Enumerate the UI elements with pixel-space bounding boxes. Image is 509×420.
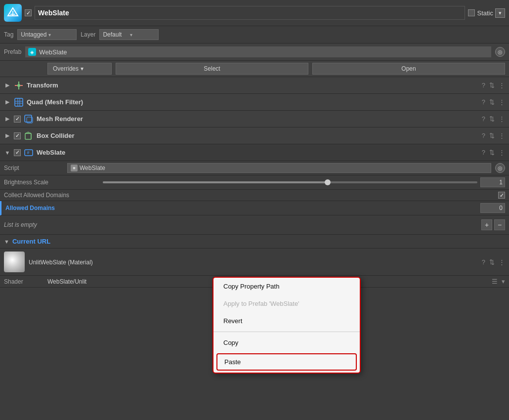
context-menu-item-revert[interactable]: Revert	[213, 312, 360, 330]
list-empty-row: List is empty + −	[0, 215, 509, 235]
mesh-filter-help-icon[interactable]: ?	[482, 98, 485, 106]
collect-check-icon: ✓	[500, 193, 504, 198]
mesh-filter-label: Quad (Mesh Filter)	[27, 98, 479, 106]
component-row-webslate: ▼ ✓ # WebSlate ? ⇅ ⋮	[0, 144, 509, 161]
webslate-expand-arrow[interactable]: ▼	[4, 150, 11, 156]
mesh-renderer-enabled-checkbox[interactable]: ✓	[14, 116, 21, 123]
overrides-row: Overrides ▾ Select Open	[0, 61, 509, 77]
tag-dropdown[interactable]: Untagged ▾	[17, 29, 77, 40]
open-button[interactable]: Open	[312, 63, 505, 75]
material-row: UnlitWebSlate (Material) ? ⇅ ⋮	[0, 249, 509, 276]
brightness-number-input[interactable]	[480, 177, 505, 187]
allowed-domains-count-input[interactable]	[480, 203, 505, 213]
transform-actions: ? ⇅ ⋮	[482, 82, 505, 89]
webslate-enabled-checkbox[interactable]: ✓	[14, 149, 21, 156]
layer-dropdown[interactable]: Default ▾	[99, 29, 159, 40]
static-label: Static	[477, 9, 493, 17]
collect-checkbox[interactable]: ✓	[498, 192, 505, 199]
prefab-label: Prefab	[4, 48, 21, 55]
transform-settings-icon[interactable]: ⇅	[489, 82, 495, 89]
object-name-input[interactable]	[35, 6, 465, 20]
layer-arrow-icon: ▾	[130, 32, 155, 38]
material-info: UnlitWebSlate (Material)	[29, 258, 478, 266]
layer-label: Layer	[81, 31, 95, 38]
webslate-help-icon[interactable]: ?	[482, 149, 485, 156]
shader-label: Shader	[4, 278, 43, 285]
context-menu-item-apply-prefab: Apply to Prefab 'WebSlate'	[213, 295, 360, 312]
current-url-expand-arrow[interactable]: ▼	[4, 239, 9, 245]
static-dropdown-button[interactable]: ▾	[495, 8, 505, 18]
header-row: ✓ Static ▾	[0, 0, 509, 26]
shader-arrow-icon[interactable]: ▾	[502, 278, 505, 285]
material-more-icon[interactable]: ⋮	[499, 258, 505, 266]
component-row-mesh-filter: ▶ Quad (Mesh Filter) ? ⇅ ⋮	[0, 94, 509, 111]
context-menu-item-copy[interactable]: Copy	[213, 334, 360, 351]
static-checkbox[interactable]	[468, 9, 475, 16]
prefab-name: WebSlate	[39, 48, 67, 56]
mesh-filter-settings-icon[interactable]: ⇅	[489, 98, 495, 106]
object-enabled-checkbox[interactable]: ✓	[25, 9, 32, 16]
brightness-slider-track[interactable]	[103, 181, 477, 183]
inspector-panel: ✓ Static ▾ Tag Untagged ▾ Layer Default …	[0, 0, 509, 288]
svg-rect-8	[15, 98, 23, 106]
mesh-renderer-check-icon: ✓	[15, 116, 20, 122]
allowed-domains-value	[104, 203, 505, 213]
brightness-slider-thumb[interactable]	[325, 179, 331, 185]
script-target-button[interactable]: ◎	[495, 163, 505, 173]
transform-label: Transform	[27, 82, 479, 89]
mesh-renderer-settings-icon[interactable]: ⇅	[489, 115, 495, 123]
webslate-label: WebSlate	[37, 149, 479, 156]
component-row-mesh-renderer: ▶ ✓ Mesh Renderer ? ⇅ ⋮	[0, 111, 509, 127]
svg-point-3	[17, 84, 20, 87]
brightness-value	[103, 177, 505, 187]
prefab-row: Prefab ◈ WebSlate ◎	[0, 43, 509, 61]
box-collider-settings-icon[interactable]: ⇅	[489, 132, 495, 139]
mesh-filter-more-icon[interactable]: ⋮	[499, 98, 505, 106]
mesh-renderer-expand-arrow[interactable]: ▶	[4, 116, 11, 122]
tag-value: Untagged	[21, 31, 46, 38]
material-preview-icon	[4, 252, 25, 272]
select-button[interactable]: Select	[116, 63, 308, 75]
layer-value: Default	[103, 31, 128, 38]
svg-rect-15	[25, 133, 31, 139]
transform-help-icon[interactable]: ?	[482, 82, 485, 89]
mesh-renderer-more-icon[interactable]: ⋮	[499, 115, 505, 123]
collect-row: Collect Allowed Domains ✓	[0, 190, 509, 201]
box-collider-enabled-checkbox[interactable]: ✓	[14, 132, 21, 139]
prefab-value: ◈ WebSlate	[25, 46, 491, 57]
webslate-actions: ? ⇅ ⋮	[482, 149, 505, 156]
mesh-renderer-actions: ? ⇅ ⋮	[482, 115, 505, 123]
webslate-settings-icon[interactable]: ⇅	[489, 149, 495, 156]
context-menu-item-paste[interactable]: Paste	[216, 353, 357, 371]
box-collider-more-icon[interactable]: ⋮	[499, 132, 505, 139]
script-row: Script ■ WebSlate ◎	[0, 161, 509, 175]
overrides-label: Overrides	[53, 65, 79, 72]
webslate-check-icon: ✓	[15, 150, 20, 155]
prefab-target-button[interactable]: ◎	[495, 47, 505, 57]
material-help-icon[interactable]: ?	[482, 258, 485, 266]
overrides-arrow-icon: ▾	[81, 65, 84, 72]
overrides-button[interactable]: Overrides ▾	[47, 63, 112, 75]
tag-arrow-icon: ▾	[48, 32, 73, 38]
material-name: UnlitWebSlate (Material)	[29, 259, 93, 266]
box-collider-expand-arrow[interactable]: ▶	[4, 132, 11, 139]
shader-list-icon[interactable]: ☰	[492, 278, 498, 285]
mesh-renderer-help-icon[interactable]: ?	[482, 115, 485, 123]
webslate-icon: #	[24, 148, 34, 158]
mesh-filter-actions: ? ⇅ ⋮	[482, 98, 505, 106]
transform-expand-arrow[interactable]: ▶	[4, 82, 11, 88]
list-add-button[interactable]: +	[481, 219, 492, 230]
mesh-filter-expand-arrow[interactable]: ▶	[4, 99, 11, 105]
webslate-more-icon[interactable]: ⋮	[499, 149, 505, 156]
list-remove-button[interactable]: −	[494, 219, 505, 230]
box-collider-label: Box Collider	[37, 132, 479, 139]
current-url-label: Current URL	[12, 238, 50, 245]
brightness-row: Brightness Scale	[0, 175, 509, 190]
script-file-value[interactable]: ■ WebSlate	[67, 163, 491, 173]
material-settings-icon[interactable]: ⇅	[489, 258, 495, 266]
transform-more-icon[interactable]: ⋮	[499, 82, 505, 89]
box-collider-help-icon[interactable]: ?	[482, 132, 485, 139]
context-menu-item-copy-path[interactable]: Copy Property Path	[213, 278, 360, 295]
current-url-section-header: ▼ Current URL	[0, 235, 509, 249]
collect-label: Collect Allowed Domains	[4, 192, 494, 199]
